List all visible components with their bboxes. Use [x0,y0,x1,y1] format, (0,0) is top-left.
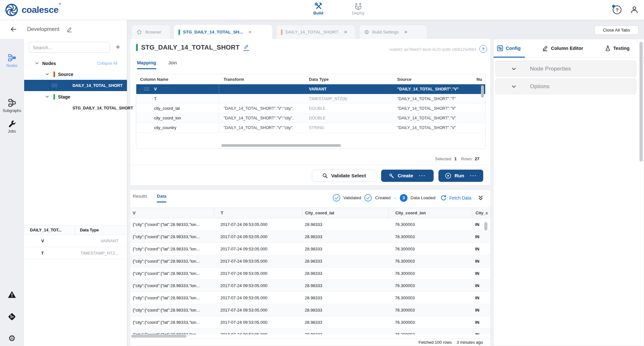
tab-results[interactable]: Results [133,194,147,202]
tab-daily-14-total-short[interactable]: DAILY_14_TOTAL_SHORT × [276,25,355,39]
data-row[interactable]: {"city":{"coord":{"lat":28.98333,"lon...… [130,231,490,243]
preview-row[interactable]: V VARIANT [24,235,126,247]
preview-row[interactable]: T TIMESTAMP_NTZ... [24,247,126,259]
data-row[interactable]: {"city":{"coord":{"lat":28.98333,"lon...… [130,316,490,329]
close-tab-icon[interactable]: × [404,29,408,35]
data-cell-lat: 28.98333 [302,247,389,251]
run-button[interactable]: Run ··· [438,170,483,182]
config-scrollbar-thumb[interactable] [639,42,643,162]
chevron-down-icon[interactable] [35,61,39,65]
data-col-t[interactable]: T [214,208,302,218]
mapping-vertical-scrollbar-thumb[interactable] [481,85,484,98]
tab-testing[interactable]: Testing [605,45,630,51]
help-notification-dot [612,5,615,8]
status-validated-label: Validated [343,195,361,200]
problems-warning-icon[interactable] [0,290,24,299]
fetch-data-link[interactable]: Fetch Data [449,195,471,201]
search-input[interactable] [29,42,110,53]
validate-select-button[interactable]: Validate Select [312,170,376,182]
tree-stage-label: Stage [58,94,70,99]
close-tab-icon[interactable]: × [248,29,252,35]
workspace-edit-icon[interactable] [66,26,72,33]
rail-item-subgraphs[interactable]: Subgraphs [0,98,24,113]
collapse-all-link[interactable]: Collapse All [97,61,117,66]
data-row[interactable]: {"city":{"coord":{"lat":28.98333,"lon...… [130,255,490,267]
create-button[interactable]: Create ··· [381,170,434,182]
data-row[interactable]: {"city":{"coord":{"lat":28.98333,"lon...… [130,292,490,304]
preview-col-name-header[interactable]: DAILY_14_TOT... [24,226,75,235]
back-arrow-icon[interactable] [10,26,17,33]
mapping-horizontal-scrollbar-thumb[interactable] [221,144,341,147]
col-header-column-name[interactable]: Column Name [136,77,219,82]
rail-item-jobs[interactable]: Jobs [0,120,24,134]
node-title: STG_DAILY_14_TOTAL_SHORT [141,44,240,51]
flask-icon [605,45,611,51]
col-header-source[interactable]: Source [388,77,475,82]
data-row[interactable]: {"city":{"coord":{"lat":28.98333,"lon...… [130,329,490,334]
chevron-down-icon[interactable] [45,72,49,76]
git-icon[interactable] [0,312,24,321]
data-cell-lon: 76.300003 [389,222,472,227]
mapping-row[interactable]: city_coord_lon "DAILY_14_TOTAL_SHORT"."V… [136,113,485,123]
collapse-panel-chevrons-icon[interactable] [477,195,484,201]
nav-deploy[interactable]: Deploy [349,2,367,15]
tab-stg-daily-14-total-short[interactable]: STG_DAILY_14_TOTAL_SH... × [174,25,272,39]
data-row[interactable]: {"city":{"coord":{"lat":28.98333,"lon...… [130,219,490,231]
preview-col-type-header[interactable]: Data Type [75,228,99,232]
mapping-row[interactable]: T TIMESTAMP_NTZ(9) "DAILY_14_TOTAL_SHORT… [136,94,485,104]
data-row[interactable]: {"city":{"coord":{"lat":28.98333,"lon...… [130,243,490,255]
tab-browser[interactable]: Browser [131,25,170,39]
nav-build[interactable]: Build [309,2,327,15]
create-more-menu[interactable]: ··· [419,173,426,179]
drag-handle-icon[interactable] [52,83,57,88]
run-more-menu[interactable]: ··· [470,173,477,179]
data-col-city-coord-lat[interactable]: City_coord_lat [302,208,389,218]
data-horizont al-scrollbar-thumb[interactable] [131,335,187,338]
chevron-down-icon[interactable] [45,95,49,99]
tab-data[interactable]: Data [157,194,166,202]
tab-mapping[interactable]: Mapping [137,60,156,69]
edit-title-icon[interactable] [244,44,249,51]
help-icon[interactable]: ? [613,5,621,14]
rows-label: Rows: [461,156,473,161]
close-tab-icon[interactable]: × [344,29,347,35]
node-properties-accordion[interactable]: Node Properties [495,61,636,77]
settings-gear-icon[interactable]: ⚙ [0,334,24,342]
data-col-v[interactable]: V [130,208,214,218]
rail-item-nodes[interactable]: Nodes [0,53,24,68]
mapping-row[interactable]: city_country "DAILY_14_TOTAL_SHORT"."V":… [136,123,485,133]
col-header-nu[interactable]: Nu [475,77,485,82]
col-header-data-type[interactable]: Data Type [303,77,388,82]
mapping-transform: "DAILY_14_TOTAL_SHORT"."V":"city". [219,113,303,123]
coalesce-logo[interactable]: coalesce [5,3,58,17]
data-row[interactable]: {"city":{"coord":{"lat":28.98333,"lon...… [130,304,490,316]
mapping-row[interactable]: city_coord_lat "DAILY_14_TOTAL_SHORT"."V… [136,104,485,113]
tree-root-nodes[interactable]: Nodes Collapse All [24,58,127,69]
col-header-transform[interactable]: Transform [219,77,303,82]
tab-config[interactable]: Config [497,45,521,51]
close-all-tabs-button[interactable]: Close All Tabs [594,25,639,35]
tab-column-editor[interactable]: Column Editor [542,45,583,51]
tree-node-stg-daily-14-total-short[interactable]: STG_DAILY_14_TOTAL_SHORT [24,102,127,114]
tab-stg-label: STG_DAILY_14_TOTAL_SH... [183,30,243,34]
data-cell-lat: 28.98333 [302,308,389,313]
data-col-city-coord-lon[interactable]: City_coord_lon [389,208,472,218]
data-col-city-c[interactable]: City_c [472,208,490,218]
mapping-row[interactable]: V VARIANT "DAILY_14_TOTAL_SHORT"."V" [136,84,485,94]
add-node-button[interactable]: + [116,43,120,51]
tab-build-settings[interactable]: ⚙ Build Settings × [359,25,427,39]
tree-group-stage[interactable]: Stage [24,91,127,102]
options-accordion[interactable]: Options [495,79,636,94]
tab-join[interactable]: Join [168,60,177,69]
data-row[interactable]: {"city":{"coord":{"lat":28.98333,"lon...… [130,267,490,280]
tree-node-daily-14-total-short[interactable]: DAILY_14_TOTAL_SHORT [24,80,127,91]
user-account-icon[interactable] [630,5,639,14]
refresh-icon[interactable] [440,195,447,201]
node-properties-label: Node Properties [530,66,571,72]
tree-group-source[interactable]: Source [24,69,127,80]
drag-handle-icon[interactable] [144,87,149,91]
data-vertical-scrollbar-thumb[interactable] [484,222,487,230]
node-help-icon[interactable]: ? [479,45,487,53]
mapping-transform: "DAILY_14_TOTAL_SHORT"."V":"city". [219,104,303,113]
data-row[interactable]: {"city":{"coord":{"lat":28.98333,"lon...… [130,280,490,292]
